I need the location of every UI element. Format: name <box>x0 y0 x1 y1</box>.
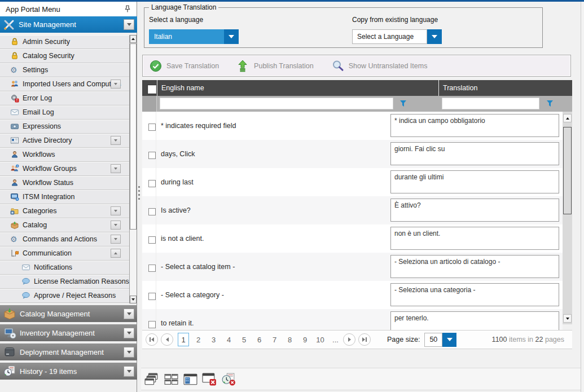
english-filter-input[interactable] <box>160 98 393 109</box>
history-clear-icon[interactable] <box>221 373 236 386</box>
prev-page-button[interactable] <box>161 333 173 346</box>
page-number[interactable]: 9 <box>297 336 313 344</box>
sidebar-item-categories[interactable]: Categories <box>0 204 129 218</box>
row-checkbox[interactable] <box>148 293 156 300</box>
translation-input[interactable]: giorni. Fai clic su <box>390 142 559 165</box>
window-close-icon[interactable] <box>202 373 217 386</box>
copy-language-select[interactable]: Select a Language <box>352 29 442 44</box>
page-number[interactable]: 6 <box>252 336 267 344</box>
translation-input[interactable]: per tenerlo. <box>390 311 559 332</box>
row-checkbox[interactable] <box>148 152 156 159</box>
window-tile-icon[interactable] <box>164 373 179 386</box>
sidebar-section-catalog-management[interactable]: Catalog Management <box>0 305 137 322</box>
sidebar-item-workflows[interactable]: Workflows <box>0 148 129 162</box>
item-dropdown-button[interactable] <box>111 221 121 230</box>
section-expand-button[interactable] <box>124 347 134 358</box>
sidebar-section-history[interactable]: History - 19 items <box>0 363 137 380</box>
row-checkbox[interactable] <box>148 180 156 187</box>
window-panel-icon[interactable] <box>183 373 198 386</box>
translation-input[interactable]: È attivo? <box>390 199 559 222</box>
scroll-up-button[interactable] <box>563 114 572 122</box>
sidebar-section-inventory-management[interactable]: Inventory Management <box>0 324 137 341</box>
row-checkbox[interactable] <box>148 124 156 131</box>
sidebar-item-settings[interactable]: ⚙ Settings <box>0 63 129 77</box>
sidebar-item-communication[interactable]: Communication <box>0 246 129 261</box>
sidebar-item-notifications[interactable]: Notifications <box>0 261 129 275</box>
sidebar-item-active-directory[interactable]: Active Directory <box>0 134 129 148</box>
table-row[interactable]: during last durante gli ultimi <box>142 168 563 196</box>
select-all-checkbox[interactable] <box>148 85 156 94</box>
grid-scrollbar[interactable] <box>563 112 572 324</box>
scrollbar-thumb[interactable] <box>130 43 137 230</box>
item-dropdown-button[interactable] <box>111 206 121 215</box>
row-checkbox[interactable] <box>148 208 156 215</box>
sidebar-scrollbar[interactable] <box>129 35 137 303</box>
table-row[interactable]: * indicates required field * indica un c… <box>142 112 563 140</box>
save-translation-button[interactable]: Save Translation <box>150 60 219 72</box>
row-checkbox[interactable] <box>148 265 156 272</box>
translation-input[interactable]: * indica un campo obbligatorio <box>390 114 559 137</box>
page-size-select[interactable]: 50 <box>420 333 456 347</box>
table-row[interactable]: is not a client. non è un client. <box>142 224 563 253</box>
last-page-button[interactable] <box>358 333 371 346</box>
section-collapse-button[interactable] <box>124 19 134 30</box>
column-header-translation[interactable]: Translation <box>443 80 477 96</box>
section-expand-button[interactable] <box>124 366 134 377</box>
window-cascade-icon[interactable] <box>144 373 160 386</box>
scrollbar-thumb[interactable] <box>563 127 572 214</box>
translation-input[interactable]: durante gli ultimi <box>390 170 559 193</box>
page-number[interactable]: 8 <box>282 336 297 344</box>
language-select[interactable]: Italian <box>149 29 239 44</box>
item-dropdown-button[interactable] <box>111 235 121 244</box>
sidebar-section-deployment-management[interactable]: Deployment Management <box>0 343 137 360</box>
publish-translation-button[interactable]: Publish Translation <box>237 60 314 72</box>
sidebar-item-expressions[interactable]: Expressions <box>0 120 129 134</box>
translation-filter-input[interactable] <box>442 98 539 109</box>
page-number[interactable]: 7 <box>267 336 282 344</box>
sidebar-section-site-management[interactable]: Site Management <box>0 16 137 33</box>
sidebar-item-license-reclamation[interactable]: License Reclamation Reasons <box>0 275 129 289</box>
chevron-down-icon[interactable] <box>427 29 442 44</box>
sidebar-item-error-log[interactable]: ! Error Log <box>0 91 129 105</box>
table-row[interactable]: Is active? È attivo? <box>142 196 563 224</box>
sidebar-item-email-log[interactable]: Email Log <box>0 105 129 120</box>
table-row[interactable]: days, Click giorni. Fai clic su <box>142 140 563 168</box>
sidebar-item-catalog-security[interactable]: Catalog Security <box>0 49 129 63</box>
sidebar-item-commands-actions[interactable]: ⚙ Commands and Actions <box>0 232 129 246</box>
first-page-button[interactable] <box>146 333 158 346</box>
item-dropdown-button[interactable] <box>111 164 121 173</box>
sidebar-item-approve-reject[interactable]: Approve / Reject Reasons <box>0 289 129 303</box>
chevron-down-icon[interactable] <box>442 333 456 347</box>
page-number[interactable]: 2 <box>191 336 206 344</box>
sidebar-item-admin-security[interactable]: Admin Security <box>0 35 129 49</box>
page-number[interactable]: 4 <box>221 336 236 344</box>
table-row[interactable]: to retain it. per tenerlo. <box>142 309 563 332</box>
funnel-icon[interactable] <box>399 100 407 107</box>
translation-input[interactable]: - Seleziona un articolo di catalogo - <box>390 255 559 278</box>
show-untranslated-button[interactable]: Show Untranslated Items <box>332 60 428 72</box>
page-number-current[interactable]: 1 <box>178 333 189 346</box>
right-scrollbar[interactable] <box>581 2 584 392</box>
scroll-up-button[interactable] <box>130 35 137 43</box>
item-dropdown-button[interactable] <box>111 80 121 89</box>
chevron-down-icon[interactable] <box>224 29 239 44</box>
table-row[interactable]: - Select a category - - Seleziona una ca… <box>142 281 563 309</box>
item-dropdown-button[interactable] <box>111 136 121 145</box>
translation-input[interactable]: non è un client. <box>390 227 559 250</box>
scroll-down-button[interactable] <box>563 314 572 323</box>
pin-icon[interactable] <box>124 5 131 13</box>
sidebar-item-catalog[interactable]: Catalog <box>0 218 129 232</box>
page-number[interactable]: 3 <box>206 336 221 344</box>
sidebar-item-workflow-status[interactable]: Workflow Status <box>0 176 129 190</box>
section-expand-button[interactable] <box>124 328 134 338</box>
row-checkbox[interactable] <box>148 236 156 244</box>
scroll-down-button[interactable] <box>130 296 137 303</box>
item-collapse-button[interactable] <box>111 249 121 258</box>
sidebar-item-imported-users[interactable]: Imported Users and Computers <box>0 77 129 91</box>
page-number[interactable]: 5 <box>236 336 252 344</box>
row-checkbox[interactable] <box>148 321 156 328</box>
sidebar-item-workflow-groups[interactable]: i Workflow Groups <box>0 162 129 176</box>
sidebar-item-itsm-integration[interactable]: ITSM Integration <box>0 190 129 204</box>
funnel-icon[interactable] <box>546 100 554 107</box>
column-header-english[interactable]: English name <box>161 80 204 96</box>
